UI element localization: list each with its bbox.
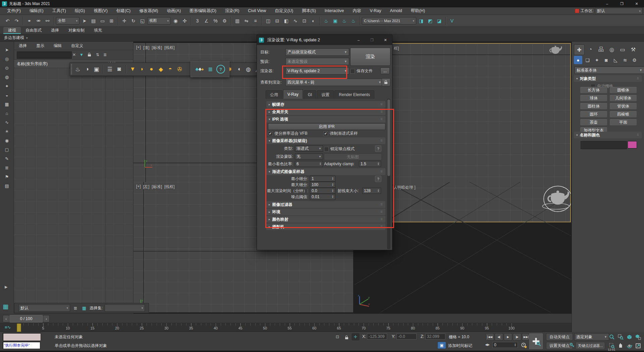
menu-item-4[interactable]: 视图(V) bbox=[89, 7, 112, 14]
primitive-button-3[interactable]: 几何球体 bbox=[609, 95, 637, 101]
orbit-icon[interactable] bbox=[625, 342, 633, 350]
maximize-viewport-icon[interactable] bbox=[634, 342, 642, 350]
key-mode-icon[interactable] bbox=[568, 341, 576, 349]
dialog-tab-2[interactable]: GI bbox=[304, 90, 317, 99]
percent-snap-icon[interactable]: % bbox=[211, 16, 220, 25]
rollout-name-color[interactable]: ▾ 名称和颜色 ⠿ bbox=[574, 132, 642, 138]
modify-tab-icon[interactable]: ◔ bbox=[585, 44, 595, 54]
primitive-category-dropdown[interactable]: 标准基本体▼ bbox=[575, 67, 644, 74]
layer-list-icon[interactable]: ≣ bbox=[72, 305, 79, 311]
z-coordinate-field[interactable]: 32.099 bbox=[425, 334, 445, 340]
curve-editor-icon[interactable]: ∿ bbox=[291, 16, 300, 25]
help-button[interactable]: ? bbox=[375, 145, 381, 152]
vray-scatter-trees-icon[interactable]: ♠♠♠ bbox=[195, 64, 204, 74]
vray-sphere-light-icon[interactable]: ● bbox=[147, 64, 156, 74]
sort-icon[interactable]: ⇅ bbox=[95, 52, 101, 58]
explorer-geometry-icon[interactable]: ◎ bbox=[4, 55, 10, 62]
primitive-button-9[interactable]: 平面 bbox=[609, 119, 637, 126]
dialog-tab-3[interactable]: 设置 bbox=[317, 90, 334, 99]
create-tab-icon[interactable]: ✚ bbox=[574, 44, 585, 55]
menu-item-7[interactable]: 动画(A) bbox=[162, 7, 185, 14]
menu-item-13[interactable]: Interactive bbox=[320, 7, 348, 14]
use-pivot-center-icon[interactable]: ◉ bbox=[171, 16, 180, 25]
menu-item-5[interactable]: 创建(C) bbox=[112, 7, 135, 14]
save-file-checkbox[interactable]: 保存文件 bbox=[350, 68, 373, 74]
clear-search-icon[interactable]: ✕ bbox=[71, 52, 77, 58]
mini-curve-editor-icon[interactable]: ≡∿ bbox=[5, 325, 11, 330]
explorer-search-input[interactable] bbox=[17, 51, 72, 59]
explorer-list-icon[interactable]: ≣ bbox=[4, 164, 10, 171]
rollout-camera[interactable]: ▸ 摄影机 ⠿ bbox=[266, 223, 385, 230]
named-selection-sets-icon[interactable]: ▥ bbox=[233, 16, 241, 25]
render-button[interactable]: 渲染 bbox=[350, 48, 390, 66]
explorer-spacewarps-icon[interactable]: ▦ bbox=[4, 101, 10, 107]
pan-hand-icon[interactable] bbox=[616, 342, 625, 350]
current-frame-marker[interactable] bbox=[17, 323, 21, 332]
fit-resolution-checkbox[interactable]: ✔ 使分辨率适合 VFB bbox=[268, 131, 308, 136]
primitive-button-6[interactable]: 圆环 bbox=[580, 111, 607, 118]
viewport-left-label-0[interactable]: [+] bbox=[136, 184, 141, 190]
explorer-helpers-icon[interactable]: ◒ bbox=[4, 92, 10, 98]
menu-item-16[interactable]: Arnold bbox=[386, 7, 407, 14]
dialog-tab-4[interactable]: Render Elements bbox=[334, 90, 374, 99]
vray-light-lister-icon[interactable]: ☰ bbox=[106, 64, 114, 74]
reference-coordinate-dropdown[interactable]: 视图▾ bbox=[147, 17, 171, 25]
render-mask-dropdown[interactable]: 无▼ bbox=[295, 153, 323, 160]
time-slider-handle[interactable]: 0 / 100 bbox=[9, 315, 43, 322]
add-time-tag-label[interactable]: 添加时间标记 bbox=[448, 343, 472, 349]
menu-item-11[interactable]: 自定义(U) bbox=[270, 7, 298, 14]
min-shading-spinner[interactable]: 6▲▼ bbox=[295, 161, 323, 167]
rollout-progressive-sampler[interactable]: ▾ 渐进式图像采样器 ⠿ bbox=[266, 168, 385, 175]
selection-sets-dropdown[interactable]: ▾ bbox=[105, 304, 145, 312]
menu-item-14[interactable]: 内容 bbox=[348, 7, 366, 14]
list-view-icon[interactable]: ≣ bbox=[102, 52, 108, 58]
view-to-render-dropdown[interactable]: 四元菜单 4 - 前▼ bbox=[285, 79, 383, 86]
explorer-materials-icon[interactable]: ◉ bbox=[4, 137, 10, 144]
explorer-shapes-icon[interactable]: ⊙ bbox=[4, 64, 10, 71]
project-folder-dropdown[interactable]: C:\Users\··· Max 2021▾ bbox=[362, 17, 416, 25]
teapot-object[interactable] bbox=[545, 189, 571, 206]
menu-item-9[interactable]: 渲染(R) bbox=[221, 7, 244, 14]
menu-item-0[interactable]: 文件(F) bbox=[3, 7, 25, 14]
zoom-icon[interactable] bbox=[608, 333, 616, 341]
menu-item-2[interactable]: 工具(T) bbox=[48, 7, 70, 14]
time-configuration-icon[interactable] bbox=[520, 341, 528, 349]
ribbon-tab-4[interactable]: 填充 bbox=[89, 27, 107, 34]
layer-grid-icon[interactable]: ▦ bbox=[81, 305, 88, 311]
window-crossing-icon[interactable]: ⊞ bbox=[107, 16, 116, 25]
object-color-swatch[interactable] bbox=[628, 141, 637, 148]
ray-bundle-spinner[interactable]: 128▲▼ bbox=[362, 188, 381, 194]
explorer-list-body[interactable] bbox=[14, 68, 133, 304]
force-progressive-checkbox[interactable]: ✔ 强制渐进式采样 bbox=[323, 131, 358, 136]
systems-category-icon[interactable]: ⚙ bbox=[630, 56, 639, 64]
explorer-flag-icon[interactable]: ⚑ bbox=[4, 173, 10, 180]
vray-lister-doc-icon[interactable]: ≣ bbox=[206, 64, 215, 74]
rollout-color-mapping[interactable]: ▸ 颜色映射 ⠿ bbox=[266, 216, 385, 223]
viewport-top-label-1[interactable]: [顶] bbox=[143, 45, 150, 51]
save-file-browse-button[interactable]: ... bbox=[380, 68, 390, 74]
explorer-menu-2[interactable]: 编辑 bbox=[49, 43, 66, 49]
select-and-manipulate-icon[interactable]: ✣ bbox=[180, 16, 189, 25]
track-bar[interactable]: ≡∿ 0510152025303540455055606570758085909… bbox=[0, 323, 572, 332]
dialog-tab-0[interactable]: 公用 bbox=[266, 90, 282, 99]
space-warps-category-icon[interactable]: ≋ bbox=[621, 56, 629, 64]
vray-menu-icon[interactable]: V bbox=[448, 16, 456, 25]
viewport-top-label-0[interactable]: [+] bbox=[136, 45, 141, 51]
primitive-button-0[interactable]: 长方体 bbox=[580, 87, 607, 93]
primitive-button-1[interactable]: 圆锥体 bbox=[609, 87, 637, 93]
workspace-dropdown[interactable]: 默认 ▾ bbox=[595, 8, 643, 14]
selected-filter-dropdown[interactable]: 选定对象▼ bbox=[574, 333, 609, 341]
spinner-arrows-icon[interactable]: ▲▼ bbox=[332, 183, 334, 186]
viewport-left-label-2[interactable]: [标准] bbox=[152, 184, 162, 190]
close-button[interactable]: ✕ bbox=[629, 0, 644, 7]
menu-item-6[interactable]: 修改器(M) bbox=[135, 7, 162, 14]
rollout-image-sampler[interactable]: ▾ 图像采样器(抗锯齿) ⠿ bbox=[266, 137, 385, 144]
explorer-frozen-icon[interactable]: ▢ bbox=[4, 146, 10, 153]
render-production-icon[interactable]: ♨ bbox=[340, 16, 348, 25]
spinner-arrows-icon[interactable]: ▲▼ bbox=[332, 177, 334, 180]
ribbon-tab-0[interactable]: 建模 bbox=[3, 27, 21, 34]
renderer-dropdown[interactable]: V-Ray 6, update 2▼ bbox=[285, 67, 349, 75]
expand-arrow-icon[interactable]: ▶ bbox=[5, 285, 7, 289]
dialog-scrollbar[interactable] bbox=[387, 99, 390, 249]
unlink-selection-icon[interactable]: ⚮ bbox=[34, 16, 43, 25]
